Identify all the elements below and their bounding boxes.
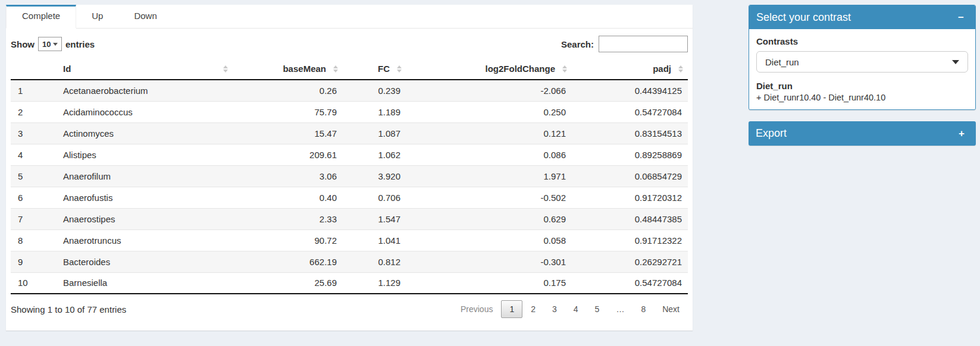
cell-Id: Alistipes <box>57 144 233 165</box>
table-row[interactable]: 10Barnesiella25.691.1290.1750.54727084 <box>11 272 688 294</box>
contrast-box-title: Select your contrast <box>756 11 851 24</box>
row-number-cell: 5 <box>11 165 57 187</box>
export-box-title: Export <box>756 127 787 140</box>
sort-icon <box>397 65 402 73</box>
page-button-4[interactable]: 4 <box>565 300 587 318</box>
cell-Id: Anaerofilum <box>57 165 233 187</box>
cell-padj: 0.83154513 <box>572 122 688 144</box>
page-button-3[interactable]: 3 <box>544 300 565 318</box>
cell-log2FoldChange: 0.175 <box>406 272 572 294</box>
cell-padj: 0.48447385 <box>572 208 688 229</box>
contrast-select[interactable]: Diet_run <box>756 51 968 73</box>
sort-icon <box>562 65 567 73</box>
table-row[interactable]: 6Anaerofustis0.400.706-0.5020.91720312 <box>11 187 688 208</box>
row-number-cell: 10 <box>11 272 57 294</box>
row-number-cell: 4 <box>11 144 57 165</box>
cell-log2FoldChange: 0.250 <box>406 101 572 122</box>
cell-Id: Actinomyces <box>57 122 233 144</box>
results-table: IdbaseMeanFClog2FoldChangepadj 1Acetanae… <box>11 58 688 294</box>
column-header-rownum <box>11 58 57 80</box>
row-number-cell: 9 <box>11 251 57 272</box>
cell-baseMean: 209.61 <box>233 144 343 165</box>
cell-baseMean: 0.40 <box>233 187 343 208</box>
row-number-cell: 1 <box>11 80 57 101</box>
table-row[interactable]: 1Acetanaerobacterium0.260.239-2.0660.443… <box>11 80 688 101</box>
cell-FC: 1.129 <box>343 272 406 294</box>
cell-log2FoldChange: -0.502 <box>406 187 572 208</box>
cell-FC: 0.706 <box>343 187 406 208</box>
cell-padj: 0.44394125 <box>572 80 688 101</box>
page-button-…[interactable]: … <box>608 300 633 318</box>
row-number-cell: 6 <box>11 187 57 208</box>
cell-log2FoldChange: 0.629 <box>406 208 572 229</box>
caret-down-icon <box>952 60 959 64</box>
table-row[interactable]: 3Actinomyces15.471.0870.1210.83154513 <box>11 122 688 144</box>
cell-Id: Anaerostipes <box>57 208 233 229</box>
results-tabbox: CompleteUpDown Show 10 entries Search: I… <box>6 5 693 331</box>
cell-FC: 1.062 <box>343 144 406 165</box>
cell-baseMean: 662.19 <box>233 251 343 272</box>
export-box: Export + <box>749 121 976 146</box>
contrast-box: Select your contrast − Contrasts Diet_ru… <box>749 5 976 110</box>
cell-baseMean: 90.72 <box>233 229 343 251</box>
page-button-2[interactable]: 2 <box>522 300 544 318</box>
table-row[interactable]: 8Anaerotruncus90.721.0410.0580.91712322 <box>11 229 688 251</box>
cell-padj: 0.54727084 <box>572 272 688 294</box>
cell-FC: 1.087 <box>343 122 406 144</box>
page-button-1[interactable]: 1 <box>501 300 522 318</box>
column-header-label: padj <box>653 64 671 74</box>
row-number-cell: 2 <box>11 101 57 122</box>
cell-Id: Acetanaerobacterium <box>57 80 233 101</box>
cell-log2FoldChange: 0.058 <box>406 229 572 251</box>
cell-log2FoldChange: -2.066 <box>406 80 572 101</box>
column-header-label: log2FoldChange <box>486 64 556 74</box>
tab-complete[interactable]: Complete <box>6 5 76 29</box>
page-button-Next[interactable]: Next <box>654 300 688 318</box>
column-header-Id[interactable]: Id <box>57 58 233 80</box>
column-header-FC[interactable]: FC <box>343 58 406 80</box>
search-input[interactable] <box>599 36 688 52</box>
cell-padj: 0.91720312 <box>572 187 688 208</box>
contrasts-label: Contrasts <box>756 36 968 46</box>
table-header-row: IdbaseMeanFClog2FoldChangepadj <box>11 58 688 80</box>
cell-padj: 0.26292721 <box>572 251 688 272</box>
column-header-log2FoldChange[interactable]: log2FoldChange <box>406 58 572 80</box>
table-row[interactable]: 5Anaerofilum3.063.9201.9710.06854729 <box>11 165 688 187</box>
table-row[interactable]: 9Bacteroides662.190.812-0.3010.26292721 <box>11 251 688 272</box>
tab-bar: CompleteUpDown <box>6 5 693 29</box>
tab-down[interactable]: Down <box>118 5 172 28</box>
cell-baseMean: 75.79 <box>233 101 343 122</box>
row-number-cell: 3 <box>11 122 57 144</box>
column-header-label: Id <box>63 64 71 74</box>
cell-Id: Anaerofustis <box>57 187 233 208</box>
cell-padj: 0.89258869 <box>572 144 688 165</box>
tab-up[interactable]: Up <box>76 5 118 28</box>
cell-log2FoldChange: 1.971 <box>406 165 572 187</box>
cell-FC: 0.812 <box>343 251 406 272</box>
cell-log2FoldChange: -0.301 <box>406 251 572 272</box>
column-header-padj[interactable]: padj <box>572 58 688 80</box>
cell-padj: 0.54727084 <box>572 101 688 122</box>
export-box-header: Export + <box>749 121 976 146</box>
cell-Id: Acidaminococcus <box>57 101 233 122</box>
page-length-select[interactable]: 10 <box>38 37 62 51</box>
contrast-box-body: Contrasts Diet_run Diet_run + Diet_runr1… <box>749 29 975 109</box>
show-label: Show <box>11 39 35 49</box>
table-row[interactable]: 4Alistipes209.611.0620.0860.89258869 <box>11 144 688 165</box>
cell-Id: Anaerotruncus <box>57 229 233 251</box>
page-button-8[interactable]: 8 <box>633 300 654 318</box>
table-row[interactable]: 2Acidaminococcus75.791.1890.2500.5472708… <box>11 101 688 122</box>
table-row[interactable]: 7Anaerostipes2.331.5470.6290.48447385 <box>11 208 688 229</box>
table-body: 1Acetanaerobacterium0.260.239-2.0660.443… <box>11 80 688 294</box>
tab-content-complete: Show 10 entries Search: IdbaseMeanFClog2… <box>6 29 693 318</box>
page-button-Previous[interactable]: Previous <box>452 300 501 318</box>
entries-label: entries <box>65 39 95 49</box>
table-info: Showing 1 to 10 of 77 entries <box>11 304 126 314</box>
page-button-5[interactable]: 5 <box>587 300 608 318</box>
column-header-baseMean[interactable]: baseMean <box>233 58 343 80</box>
contrast-select-value: Diet_run <box>765 57 799 67</box>
expand-plus-icon[interactable]: + <box>956 127 967 140</box>
row-number-cell: 7 <box>11 208 57 229</box>
collapse-minus-icon[interactable]: − <box>956 11 966 24</box>
search-control: Search: <box>561 36 688 52</box>
